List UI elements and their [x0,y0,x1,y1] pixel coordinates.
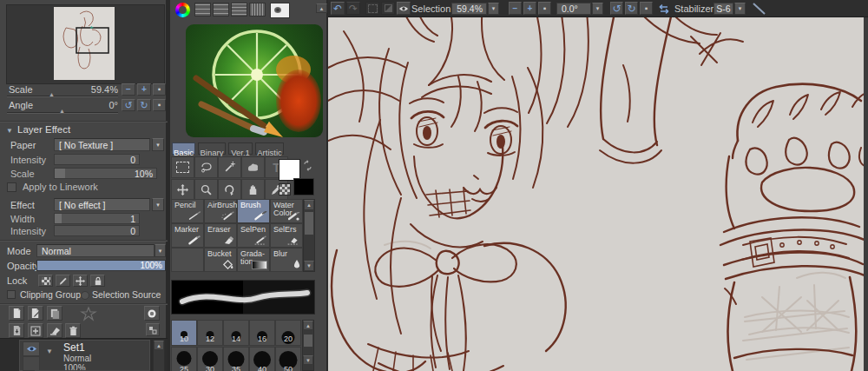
canvas-zoom-out[interactable]: − [509,2,522,15]
stabilizer-dropdown-arrow[interactable]: ▾ [734,3,746,15]
scale-slider-thumb[interactable]: ▲ [49,91,55,97]
size-25[interactable]: 25 [171,347,197,371]
custom-swatches-panel-button[interactable] [249,3,266,17]
brush-selers[interactable]: SelErs [270,223,303,248]
mode-dropdown[interactable]: Normal [36,244,155,257]
scroll-up-button[interactable]: ▲ [154,341,164,350]
size-scroll-down[interactable]: ▼ [303,355,313,365]
delete-layer-button[interactable] [65,323,81,338]
lock-linework-button[interactable] [56,275,70,287]
line-tool-icon[interactable] [752,2,766,16]
size-12[interactable]: 12 [197,320,223,346]
canvas-zoom-reset[interactable]: ▪ [538,2,551,15]
tool-lasso[interactable] [194,156,218,178]
brush-airbrush[interactable]: AirBrush [204,199,237,223]
color-wheel-icon[interactable] [175,3,190,17]
opacity-slider[interactable]: 100% [36,260,166,271]
zoom-reset-button[interactable]: ▪ [153,83,166,96]
panel-collapse-button[interactable]: ▲ [316,3,327,13]
canvas-rotate-ccw[interactable]: ↺ [610,2,623,15]
angle-value-box[interactable]: 0.0° [556,3,591,15]
paper-intensity-input[interactable]: 0 [54,154,140,165]
scale-slider-track[interactable] [7,96,118,97]
brush-brush[interactable]: Brush [237,199,270,223]
size-scroll-thumb[interactable] [304,335,312,347]
stabilizer-value-box[interactable]: S-6 [713,3,733,15]
tab-basic[interactable]: Basic [172,142,195,155]
rotate-cw-button[interactable]: ↻ [137,99,151,111]
canvas-rotate-reset[interactable]: ▪ [640,2,653,15]
invert-selection-button[interactable] [381,2,395,15]
swap-colors-icon[interactable] [302,160,313,171]
angle-reset-button[interactable]: ▪ [153,99,166,111]
brush-scroll-thumb[interactable] [305,212,313,235]
paper-dropdown-arrow[interactable]: ▾ [152,138,164,151]
size-40[interactable]: 40 [249,347,275,371]
selection-source-radio[interactable] [81,291,89,300]
effect-dropdown[interactable]: [ No effect ] [54,198,150,211]
brush-watercolor[interactable]: Water Color [270,199,303,223]
lock-move-button[interactable] [73,275,88,287]
scratchpad-button[interactable] [270,3,290,18]
clear-layer-button[interactable] [47,323,62,338]
canvas[interactable] [328,17,864,371]
brush-pencil[interactable]: Pencil [171,199,204,223]
redo-button[interactable]: ↷ [346,2,360,15]
canvas-zoom-in[interactable]: + [523,2,536,15]
brush-eraser[interactable]: Eraser [204,223,237,248]
swatches-panel-button[interactable] [231,3,247,17]
brush-grid-scrollbar[interactable]: ▲ ▼ [303,199,315,272]
new-layer-set-button[interactable] [47,306,62,321]
tool-rect-select[interactable] [171,156,194,178]
layer-options-button[interactable] [146,323,160,336]
clipping-group-checkbox[interactable] [7,290,16,299]
tool-hand[interactable] [241,179,265,201]
size-30[interactable]: 30 [197,347,223,371]
tool-magic-wand[interactable] [218,156,241,178]
layer-special-button[interactable] [144,306,160,321]
angle-slider-thumb[interactable]: ▲ [59,108,65,114]
effect-width-input[interactable]: 1 [54,213,140,224]
layer-row-set1[interactable]: ▼ Set1 Normal 100% [19,340,150,371]
paper-dropdown[interactable]: [ No Texture ] [54,138,150,151]
brush-scroll-up[interactable]: ▲ [304,200,314,210]
size-50[interactable]: 50 [275,347,301,371]
layer-visibility-toggle[interactable] [23,341,40,356]
background-color-swatch[interactable] [293,178,314,195]
canvas-rotate-cw[interactable]: ↻ [625,2,638,15]
show-selection-button[interactable] [397,2,411,15]
brush-marker[interactable]: Marker [171,223,204,248]
tool-zoom[interactable] [194,179,218,201]
zoom-dropdown-arrow[interactable]: ▾ [488,3,499,15]
tool-selection-move[interactable] [241,156,265,178]
size-10[interactable]: 10 [171,320,197,346]
new-layer-button[interactable] [9,306,24,321]
deselect-button[interactable] [365,2,379,15]
transfer-down-button[interactable] [9,323,24,338]
brush-scroll-down[interactable]: ▼ [304,261,314,271]
tool-rotate-view[interactable] [218,179,241,201]
rotate-ccw-button[interactable]: ↺ [122,99,135,111]
apply-linework-checkbox[interactable] [7,182,16,192]
brush-empty-slot[interactable] [171,248,204,272]
tab-artistic[interactable]: Artistic [255,142,284,155]
color-mixer-panel-button[interactable] [213,3,229,17]
brush-selpen[interactable]: SelPen [237,223,270,248]
new-linework-layer-button[interactable] [28,306,43,321]
size-20[interactable]: 20 [275,320,301,346]
navigator-thumbnail[interactable] [54,7,115,80]
size-14[interactable]: 14 [223,320,249,346]
brush-blur[interactable]: Blur [270,248,303,272]
brush-bucket[interactable]: Bucket [204,248,237,272]
lock-all-button[interactable] [90,275,105,287]
tab-ver1[interactable]: Ver.1 [228,142,253,155]
mode-dropdown-arrow[interactable]: ▾ [155,244,166,257]
size-35[interactable]: 35 [223,347,249,371]
layer-expand-icon[interactable]: ▼ [46,348,53,355]
undo-button[interactable]: ↶ [331,2,345,15]
zoom-in-button[interactable]: + [137,83,151,96]
tool-move[interactable] [171,179,194,201]
paper-scale-input[interactable]: 10% [54,168,157,179]
size-16[interactable]: 16 [249,320,275,346]
layer-effect-expander-icon[interactable]: ▼ [6,127,13,135]
